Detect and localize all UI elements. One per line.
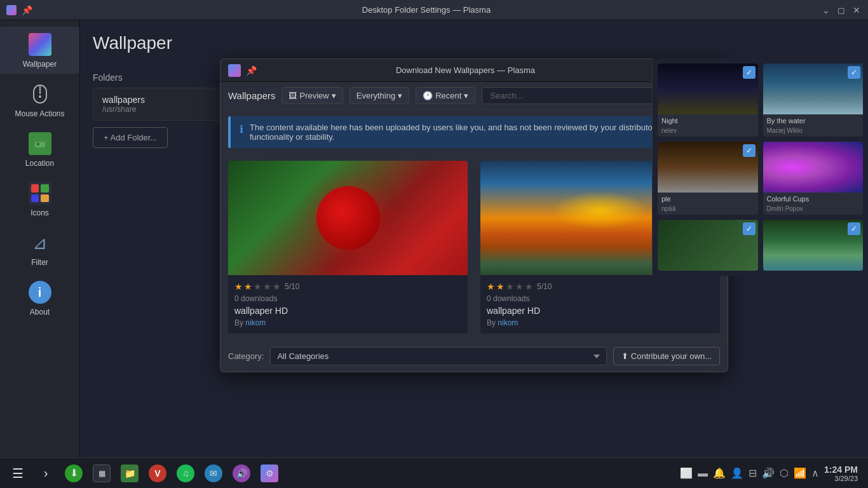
audio-icon: 🔊 [233, 464, 250, 482]
preview-label: Preview [299, 91, 329, 100]
time-display: 1:24 PM [824, 464, 858, 475]
preview-button[interactable]: 🖼 Preview ▾ [281, 87, 342, 104]
svg-rect-5 [37, 143, 39, 146]
category-select[interactable]: All Categories [270, 347, 607, 365]
dialog-toolbar: Wallpapers 🖼 Preview ▾ Everything ▾ 🕐 Re… [220, 82, 728, 110]
everything-button[interactable]: Everything ▾ [349, 87, 409, 104]
recent-label: Recent [435, 91, 461, 100]
expand-tray-icon[interactable]: ∧ [811, 467, 819, 479]
river-check: ✓ [848, 222, 860, 235]
rose-name: wallpaper HD [234, 306, 461, 316]
filter-icon: ⊿ [27, 230, 53, 255]
recent-button[interactable]: 🕐 Recent ▾ [416, 87, 475, 104]
wallpaper-sunset-info: ★ ★ ★ ★ ★ 5/10 0 downloads wallpaper HD … [480, 275, 720, 334]
sunset-author-name: nikom [498, 318, 518, 327]
cups-author: Dmitri Popov [763, 205, 864, 215]
dialog-section-label: Wallpapers [228, 90, 275, 101]
content-area: Wallpaper Folders wallpapers /usr/share … [80, 20, 868, 458]
green-check: ✓ [743, 222, 756, 235]
title-bar-controls: ⌄ ◻ ✕ [821, 5, 862, 15]
dialog-minimize-button[interactable]: ⌄ [674, 64, 687, 76]
main-layout: Wallpaper Mouse Actions [0, 20, 868, 458]
screen-icon[interactable]: ⬜ [680, 467, 693, 479]
preview-card-cups[interactable]: Colorful Cups Dmitri Popov [763, 142, 864, 215]
bluetooth-icon[interactable]: ⬡ [780, 467, 789, 479]
icons-grid-icon [27, 180, 53, 206]
rose-author-name: nikom [245, 318, 266, 327]
sidebar: Wallpaper Mouse Actions [0, 20, 80, 458]
contribute-button[interactable]: ⬆ Contribute your own... [613, 347, 720, 365]
browser-icon: V [149, 464, 166, 482]
media-icon[interactable]: ⊟ [749, 467, 757, 479]
taskbar-audio[interactable]: 🔊 [229, 461, 254, 486]
sidebar-item-location[interactable]: Location [0, 126, 79, 173]
search-input[interactable] [482, 87, 720, 104]
wifi-icon[interactable]: 📶 [794, 467, 806, 479]
title-bar: 📌 Desktop Folder Settings — Plasma ⌄ ◻ ✕ [0, 0, 868, 20]
sidebar-item-filter[interactable]: ⊿ Filter [0, 225, 79, 272]
wallpaper-card-sunset[interactable]: ★ ★ ★ ★ ★ 5/10 0 downloads wallpaper HD … [480, 161, 720, 334]
rose-author: By nikom [234, 318, 461, 327]
dialog-pin-icon[interactable]: 📌 [246, 65, 257, 76]
info-banner-text: The content available here has been uplo… [250, 123, 711, 142]
category-label: Category: [228, 351, 264, 361]
sidebar-item-wallpaper[interactable]: Wallpaper [0, 27, 79, 74]
clock-icon: 🕐 [423, 91, 433, 100]
info-icon: ℹ [240, 123, 243, 135]
taskbar-pager[interactable]: › [33, 461, 58, 486]
taskbar-spotify[interactable]: ♫ [173, 461, 198, 486]
rose-rating: 5/10 [285, 282, 299, 291]
taskbar-task-manager[interactable]: ▦ [89, 461, 114, 486]
wallpaper-sunset-stars: ★ ★ ★ ★ ★ 5/10 [487, 281, 714, 292]
sidebar-item-icons-label: Icons [31, 208, 49, 217]
maximize-button[interactable]: ◻ [836, 5, 846, 15]
rose-downloads: 0 downloads [234, 294, 461, 303]
taskbar-files[interactable]: 📁 [117, 461, 142, 486]
cups-label: Colorful Cups [763, 193, 864, 205]
taskbar-right: ⬜ ▬ 🔔 👤 ⊟ 🔊 ⬡ 📶 ∧ 1:24 PM 3/29/23 [680, 464, 863, 482]
download-wallpapers-dialog: 📌 Download New Wallpapers — Plasma ⌄ △ ✕… [220, 58, 728, 372]
taskbar-clock[interactable]: 1:24 PM 3/29/23 [824, 464, 858, 482]
spotify-icon: ♫ [177, 464, 194, 482]
dialog-wallpaper-grid: ★ ★ ★ ★ ★ 5/10 0 downloads wallpaper HD … [220, 154, 728, 340]
taskbar-plasma-settings[interactable]: ⚙ [257, 461, 282, 486]
dialog-title-text: Download New Wallpapers — Plasma [262, 65, 669, 75]
pin-icon[interactable]: 📌 [22, 5, 32, 15]
svg-rect-4 [35, 140, 45, 142]
taskbar-launcher[interactable]: ☰ [5, 461, 31, 486]
taskbar-email[interactable]: ✉ [201, 461, 226, 486]
wallpaper-card-rose[interactable]: ★ ★ ★ ★ ★ 5/10 0 downloads wallpaper HD … [228, 161, 468, 334]
about-icon: i [27, 280, 53, 305]
launcher-icon: ☰ [12, 466, 24, 481]
sidebar-item-icons[interactable]: Icons [0, 175, 79, 222]
wallpaper-rose-stars: ★ ★ ★ ★ ★ 5/10 [234, 281, 461, 292]
location-icon [27, 131, 53, 156]
preview-card-river[interactable]: ✓ [763, 220, 864, 271]
page-title: Wallpaper [93, 33, 855, 53]
sidebar-item-about[interactable]: i About [0, 274, 79, 322]
battery-icon[interactable]: ▬ [698, 468, 708, 479]
account-icon[interactable]: 👤 [731, 467, 743, 479]
notification-icon[interactable]: 🔔 [713, 467, 726, 479]
taskbar-download[interactable]: ⬇ [61, 461, 86, 486]
task-manager-icon: ▦ [93, 464, 111, 482]
svg-point-2 [39, 95, 41, 98]
dialog-close-button[interactable]: ✕ [707, 64, 720, 76]
sunset-name: wallpaper HD [487, 306, 714, 316]
wallpaper-icon [27, 32, 53, 57]
minimize-button[interactable]: ⌄ [821, 5, 831, 15]
sidebar-item-about-label: About [30, 308, 50, 316]
download-icon: ⬇ [65, 464, 83, 482]
dialog-maximize-button[interactable]: △ [691, 64, 703, 76]
volume-icon[interactable]: 🔊 [762, 467, 775, 479]
sidebar-item-filter-label: Filter [31, 258, 48, 267]
taskbar-browser[interactable]: V [145, 461, 170, 486]
close-button[interactable]: ✕ [851, 5, 862, 15]
sunset-downloads: 0 downloads [487, 294, 714, 303]
everything-label: Everything [356, 91, 395, 100]
add-folder-button[interactable]: + Add Folder... [93, 127, 168, 148]
sidebar-item-mouse-actions[interactable]: Mouse Actions [0, 76, 79, 123]
sidebar-item-mouse-label: Mouse Actions [15, 109, 64, 118]
plasma-icon: ⚙ [261, 464, 278, 482]
email-icon: ✉ [205, 464, 222, 482]
